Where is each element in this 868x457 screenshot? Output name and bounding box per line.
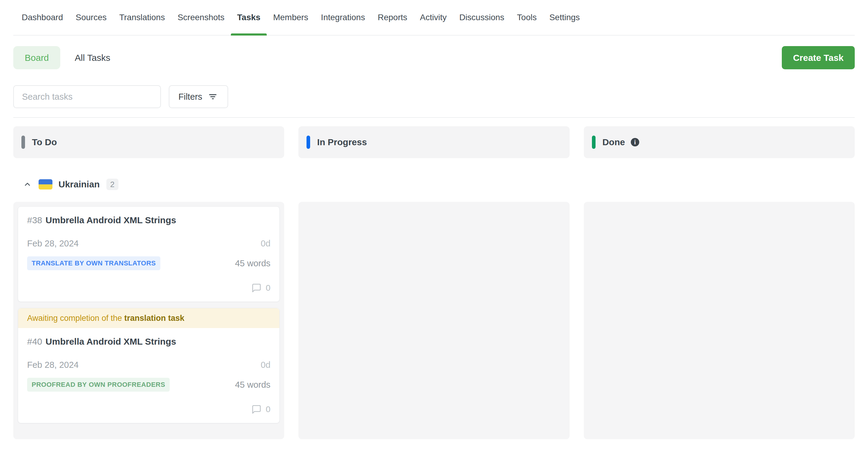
task-word-count: 45 words xyxy=(235,259,271,268)
done-accent-bar xyxy=(592,136,595,149)
lane-done xyxy=(584,202,855,439)
banner-text: Awaiting completion of the xyxy=(27,314,124,323)
awaiting-completion-banner: Awaiting completion of the translation t… xyxy=(18,308,279,328)
task-number: #38 xyxy=(27,215,42,225)
in-progress-accent-bar xyxy=(307,136,310,149)
nav-integrations[interactable]: Integrations xyxy=(315,0,371,35)
create-task-button[interactable]: Create Task xyxy=(782,46,855,69)
language-group-name: Ukrainian xyxy=(59,179,100,190)
nav-dashboard[interactable]: Dashboard xyxy=(16,0,69,35)
task-duration: 0d xyxy=(261,360,270,370)
task-card-40[interactable]: Awaiting completion of the translation t… xyxy=(18,308,280,423)
comment-bubble-icon xyxy=(251,283,262,293)
column-header-todo: To Do xyxy=(13,126,284,158)
tab-all-tasks[interactable]: All Tasks xyxy=(75,53,110,63)
task-type-badge: TRANSLATE BY OWN TRANSLATORS xyxy=(27,256,160,270)
comment-count: 0 xyxy=(266,404,271,414)
lane-todo: #38 Umbrella Android XML Strings Feb 28,… xyxy=(13,202,284,439)
nav-settings[interactable]: Settings xyxy=(543,0,586,35)
project-nav: Dashboard Sources Translations Screensho… xyxy=(13,0,855,36)
task-title[interactable]: Umbrella Android XML Strings xyxy=(45,336,176,347)
column-header-done: Done i xyxy=(584,126,855,158)
nav-screenshots[interactable]: Screenshots xyxy=(171,0,231,35)
column-title: To Do xyxy=(32,137,57,147)
search-input[interactable] xyxy=(13,85,161,108)
task-number: #40 xyxy=(27,336,42,347)
nav-translations[interactable]: Translations xyxy=(113,0,171,35)
task-card-38[interactable]: #38 Umbrella Android XML Strings Feb 28,… xyxy=(18,206,280,302)
column-title: In Progress xyxy=(317,137,367,147)
nav-discussions[interactable]: Discussions xyxy=(453,0,510,35)
nav-reports[interactable]: Reports xyxy=(371,0,413,35)
comment-bubble-icon xyxy=(251,404,262,415)
info-icon[interactable]: i xyxy=(631,138,639,146)
column-header-in-progress: In Progress xyxy=(299,126,569,158)
nav-sources[interactable]: Sources xyxy=(69,0,113,35)
nav-tasks[interactable]: Tasks xyxy=(231,0,267,35)
nav-activity[interactable]: Activity xyxy=(413,0,453,35)
board-lanes: #38 Umbrella Android XML Strings Feb 28,… xyxy=(13,202,855,439)
ukraine-flag-icon xyxy=(38,179,53,190)
task-word-count: 45 words xyxy=(235,380,271,390)
nav-tools[interactable]: Tools xyxy=(510,0,543,35)
board-column-headers: To Do In Progress Done i xyxy=(13,126,855,158)
task-duration: 0d xyxy=(261,238,270,249)
filters-button-label: Filters xyxy=(179,92,202,102)
filters-bar: Filters xyxy=(13,85,855,108)
column-title: Done xyxy=(602,137,625,147)
task-date: Feb 28, 2024 xyxy=(27,360,79,370)
language-task-count-badge: 2 xyxy=(106,178,119,190)
language-group-header: Ukrainian 2 xyxy=(13,175,855,193)
task-type-badge: PROOFREAD BY OWN PROOFREADERS xyxy=(27,378,170,392)
filters-button[interactable]: Filters xyxy=(169,85,228,108)
tab-board[interactable]: Board xyxy=(13,46,60,69)
task-title[interactable]: Umbrella Android XML Strings xyxy=(45,215,176,225)
section-divider xyxy=(13,117,855,118)
collapse-chevron-up-icon[interactable] xyxy=(23,181,32,188)
lane-in-progress xyxy=(299,202,569,439)
filter-icon xyxy=(207,92,218,101)
todo-accent-bar xyxy=(22,136,25,149)
task-date: Feb 28, 2024 xyxy=(27,238,79,249)
comment-count: 0 xyxy=(266,283,271,293)
view-tabs-row: Board All Tasks Create Task xyxy=(13,46,855,69)
banner-task-link[interactable]: translation task xyxy=(124,314,184,323)
nav-members[interactable]: Members xyxy=(267,0,315,35)
